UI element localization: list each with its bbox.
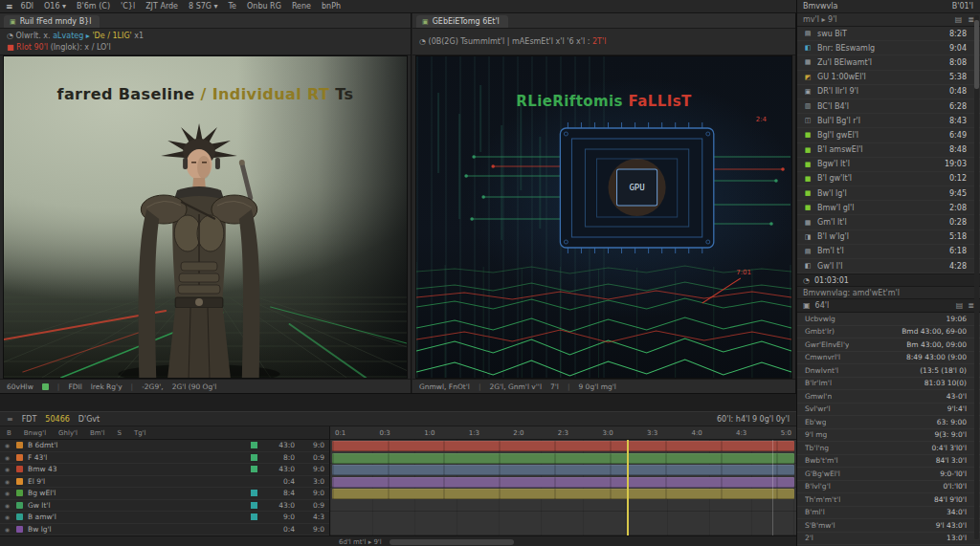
- layer-swatch-icon[interactable]: [251, 478, 257, 485]
- track-clip-bar[interactable]: [332, 489, 794, 499]
- list-item[interactable]: ▣ DR'l Ilr'l 9'l 0:48: [797, 85, 980, 99]
- track-clip-bar[interactable]: [332, 441, 794, 451]
- grid-view-icon[interactable]: ▤: [956, 301, 964, 310]
- layer-color-chip[interactable]: [16, 502, 23, 509]
- layer-swatch-icon[interactable]: [251, 490, 257, 496]
- menu-item[interactable]: O16 ▾: [44, 2, 66, 11]
- menu-item[interactable]: 'C}l: [121, 2, 135, 11]
- visibility-icon[interactable]: ◉: [5, 466, 11, 472]
- track-clip-bar[interactable]: [332, 477, 794, 488]
- tab-comp-right[interactable]: ▣ GEbEiETomg 6Et'l: [416, 15, 508, 28]
- property-row[interactable]: Svl'wr'l 9'l:4'l: [797, 404, 980, 417]
- layer-swatch-icon[interactable]: [251, 502, 257, 509]
- list-item[interactable]: ◫ Bul'l Bg'l r'l 8:43: [797, 114, 980, 128]
- menu-item[interactable]: Rene: [292, 2, 311, 11]
- list-item[interactable]: ▥ BC'l B4'l 6:28: [797, 99, 980, 114]
- layer-row[interactable]: ◉ F 43'l 8:0 0:9: [0, 452, 329, 465]
- list-item[interactable]: ■ Bw'l lg'l 9:45: [797, 186, 980, 201]
- layer-swatch-icon[interactable]: [251, 454, 257, 461]
- list-item[interactable]: ▤ Bm'l t'l 6:18: [797, 245, 980, 259]
- property-row[interactable]: Eb'wg 63: 9:00: [797, 416, 980, 429]
- layer-row[interactable]: ◉ B 6dmt'l 43:0 9:0: [0, 440, 329, 452]
- property-row[interactable]: Dnwlvnt'l (13:5 (18'l 0): [797, 364, 980, 378]
- track-clip-bar[interactable]: [332, 465, 794, 475]
- property-row[interactable]: B'lr'lm'l 81:03 10(0): [797, 378, 980, 391]
- property-row[interactable]: B'ml'l 34:0'l: [797, 507, 980, 520]
- column-header[interactable]: Bm'l: [90, 429, 105, 437]
- visibility-icon[interactable]: ◉: [5, 502, 11, 509]
- layer-color-chip[interactable]: [16, 490, 23, 496]
- timecode-value[interactable]: 01:03:01: [814, 276, 849, 285]
- layer-color-chip[interactable]: [16, 442, 23, 448]
- properties-tab[interactable]: 64'l: [815, 301, 830, 310]
- toolbar-item[interactable]: 60vHlw: [7, 382, 33, 391]
- visibility-icon[interactable]: ◉: [5, 442, 11, 448]
- timeline-tab-secondary[interactable]: D'Gvt: [78, 415, 100, 424]
- viewport-right[interactable]: GPU: [415, 55, 792, 379]
- layer-row[interactable]: ◉ El 9'l 0:4 3:0: [0, 476, 329, 489]
- toolbar-item[interactable]: lrek Rg'y: [91, 382, 122, 391]
- property-row[interactable]: Gwr'ElnvEl'y Bm 43:00, 09:00: [797, 339, 980, 352]
- toolbar-item[interactable]: 2G'l (90 Og'l: [172, 382, 217, 391]
- work-area-marker[interactable]: [772, 440, 773, 535]
- property-row[interactable]: B'lvl'g'l 0'l:'l0'l: [797, 481, 980, 494]
- layer-swatch-icon[interactable]: [251, 442, 257, 448]
- property-row[interactable]: G'Bg'wEl'l 9:0-'l0'l: [797, 468, 980, 481]
- track-area[interactable]: [330, 440, 796, 535]
- layer-swatch-icon[interactable]: [251, 513, 257, 520]
- layer-row[interactable]: ◉ Gw lt'l 43:0 0:9: [0, 500, 329, 513]
- list-item[interactable]: ◧ Gw'l l'l 4:28: [797, 259, 980, 273]
- column-header[interactable]: Bnwg'l: [24, 429, 46, 437]
- toolbar-item[interactable]: Gnmwl, FnOt'l: [419, 382, 470, 391]
- list-item[interactable]: ■ B'l gw'lt'l 0:12: [797, 172, 980, 186]
- timeline-tab[interactable]: FDT: [22, 415, 37, 424]
- layer-row[interactable]: ◉ Bmw 43 43:0 9:0: [0, 464, 329, 476]
- color-swatch-icon[interactable]: [42, 383, 49, 390]
- sidebar-scrollbar[interactable]: [974, 15, 979, 539]
- column-header[interactable]: S: [117, 429, 121, 437]
- menu-item[interactable]: ZJT Arde: [145, 2, 178, 11]
- list-item[interactable]: ▦ Zu'l BElwamt'l 8:08: [797, 55, 980, 70]
- viewport-left[interactable]: farred Baseline / Individual RT Ts: [3, 55, 408, 379]
- layer-swatch-icon[interactable]: [251, 466, 257, 472]
- property-row[interactable]: Gmbt'lr) Bmd 43:00, 69-00: [797, 326, 980, 339]
- property-row[interactable]: Tb'l'ng 0:4'l 3'l0'l: [797, 442, 980, 455]
- layer-swatch-icon[interactable]: [251, 526, 257, 533]
- toolbar-item[interactable]: 9 0g'l mg'l: [578, 382, 615, 391]
- property-row[interactable]: 9'l mg 9(3: 9:0'l: [797, 429, 980, 443]
- menu-icon[interactable]: ≣: [968, 15, 974, 24]
- list-item[interactable]: ◧ Bnr: BEswamlg 9:04: [797, 41, 980, 55]
- toolbar-item[interactable]: -2G9',: [142, 382, 164, 391]
- tab-comp-left[interactable]: ▣ Ruil fFed mndy B}l: [4, 15, 100, 28]
- column-header[interactable]: Tg'l: [134, 429, 146, 437]
- time-ruler[interactable]: 0:1 0:3 1:0 1:3 2:0 2:3 3:0 3:3 4:0: [330, 426, 796, 439]
- list-item[interactable]: ■ Bgl'l gwEl'l 6:49: [797, 128, 980, 142]
- layer-row[interactable]: ◉ Bw lg'l 0:4 9:0: [0, 524, 329, 536]
- list-item[interactable]: ◨ B'l w'lg'l 5:18: [797, 230, 980, 245]
- list-item[interactable]: ■ Bmw'l gl'l 2:08: [797, 201, 980, 215]
- layer-row[interactable]: ◉ Bg wEl'l 8:4 9:0: [0, 488, 329, 500]
- property-row[interactable]: Cmwnvrl'l 8:49 43:00 (9:00: [797, 352, 980, 365]
- track-clip-bar[interactable]: [332, 453, 794, 464]
- layer-color-chip[interactable]: [16, 478, 23, 485]
- menu-icon[interactable]: ≡: [7, 415, 13, 424]
- column-header[interactable]: Ghly'l: [58, 429, 78, 437]
- menu-item[interactable]: Te: [229, 2, 236, 11]
- visibility-icon[interactable]: ◉: [5, 526, 11, 533]
- menu-item[interactable]: 6Dl: [21, 2, 33, 11]
- property-row[interactable]: S'B'mw'l 9'l 43:0'l: [797, 519, 980, 533]
- property-row[interactable]: Ucbvwlg 19:06: [797, 313, 980, 326]
- visibility-icon[interactable]: ◉: [5, 478, 11, 485]
- hamburger-icon[interactable]: ≡: [6, 2, 13, 11]
- sidebar-tool-label[interactable]: mv'l ▸ 9'l: [803, 15, 837, 24]
- playhead[interactable]: [627, 440, 629, 535]
- scrollbar-thumb[interactable]: [974, 20, 979, 89]
- list-view-icon[interactable]: ▤: [955, 15, 963, 24]
- list-item[interactable]: ■ B'l amswEl'l 8:48: [797, 143, 980, 158]
- layer-color-chip[interactable]: [16, 526, 23, 533]
- property-row[interactable]: Th'm'm't'l 84'l 9'l0'l: [797, 493, 980, 507]
- layer-color-chip[interactable]: [16, 454, 23, 461]
- layer-color-chip[interactable]: [16, 513, 23, 520]
- property-row[interactable]: 2'l 13:0'l: [797, 533, 980, 546]
- list-item[interactable]: ■ Bgw'l lt'l 19:03: [797, 158, 980, 172]
